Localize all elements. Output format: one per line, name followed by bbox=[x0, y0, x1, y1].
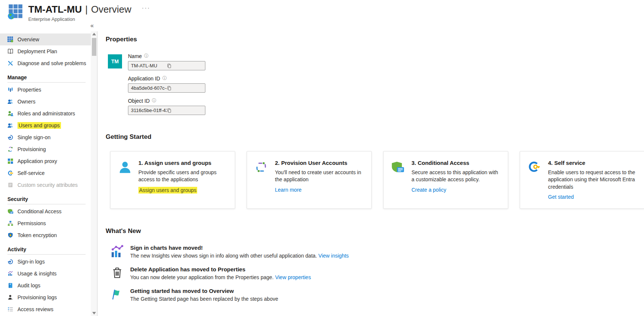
main-content: Properties TM Name ⓘ TM-ATL-MU bbox=[98, 31, 644, 316]
properties-block: TM Name ⓘ TM-ATL-MU Applic bbox=[106, 53, 644, 120]
application-id-field: Application ID ⓘ 4ba5de0d-607c-4fa9-8909… bbox=[128, 75, 205, 93]
sidebar-section-activity: Activity bbox=[0, 241, 91, 254]
assign-users-and-groups-link[interactable]: Assign users and groups bbox=[138, 187, 197, 194]
sidebar-item-users-and-groups[interactable]: Users and groups bbox=[0, 119, 91, 131]
insights-chart-icon bbox=[7, 271, 13, 277]
learn-more-link[interactable]: Learn more bbox=[275, 187, 302, 193]
news-description: You can now delete your application from… bbox=[130, 274, 274, 280]
notebook-icon bbox=[7, 283, 13, 288]
sidebar-label: Owners bbox=[17, 99, 35, 105]
provisioning-cycle-icon bbox=[7, 146, 13, 152]
sidebar-label: Provisioning bbox=[17, 146, 46, 152]
sidebar-item-application-proxy[interactable]: Application proxy bbox=[0, 155, 91, 167]
app-avatar: TM bbox=[108, 54, 122, 68]
sidebar-item-owners[interactable]: Owners bbox=[0, 96, 91, 108]
flag-icon bbox=[110, 288, 124, 302]
sign-in-chart-icon bbox=[110, 245, 124, 259]
sidebar-item-access-reviews[interactable]: Access reviews bbox=[0, 303, 91, 315]
book-icon bbox=[7, 48, 13, 54]
org-chart-icon bbox=[7, 220, 13, 226]
collapse-sidebar-icon[interactable]: « bbox=[90, 22, 94, 29]
card-self-service: 4. Self service Enable users to request … bbox=[520, 151, 644, 209]
sidebar-item-single-sign-on[interactable]: Single sign-on bbox=[0, 131, 91, 143]
sidebar-label: Token encryption bbox=[17, 232, 57, 238]
name-input[interactable]: TM-ATL-MU bbox=[128, 61, 205, 70]
sidebar-item-deployment-plan[interactable]: Deployment Plan bbox=[0, 45, 91, 57]
card-title: 2. Provision User Accounts bbox=[275, 160, 364, 166]
sidebar-label: Overview bbox=[17, 36, 39, 42]
grid-overview-icon bbox=[7, 36, 13, 42]
object-id-value: 3116c5be-01ff-435a-a6e4-9... bbox=[131, 108, 167, 113]
sidebar-item-roles[interactable]: Roles and administrators bbox=[0, 108, 91, 119]
sidebar-item-properties[interactable]: Properties bbox=[0, 84, 91, 96]
sidebar-item-provisioning-logs[interactable]: Provisioning logs bbox=[0, 291, 91, 303]
card-description: You'll need to create user accounts in t… bbox=[275, 169, 364, 183]
role-person-icon bbox=[7, 111, 13, 116]
scrollbar-down-arrow-icon[interactable] bbox=[92, 312, 96, 315]
copy-icon[interactable] bbox=[167, 108, 202, 113]
person-log-icon bbox=[7, 294, 13, 300]
people-icon bbox=[7, 99, 13, 105]
key-circle-icon bbox=[7, 170, 13, 176]
name-label: Name bbox=[128, 53, 142, 59]
shield-policy-icon bbox=[7, 208, 13, 214]
get-started-link[interactable]: Get started bbox=[548, 194, 574, 200]
copy-icon[interactable] bbox=[167, 63, 202, 68]
conditional-access-shield-icon bbox=[391, 160, 406, 200]
card-title: 4. Self service bbox=[548, 160, 637, 166]
people-icon bbox=[7, 122, 13, 128]
person-icon bbox=[118, 160, 133, 200]
highlighted-label: Users and groups bbox=[17, 122, 61, 129]
news-item-sign-in-charts: Sign in charts have moved! The new Insig… bbox=[110, 245, 644, 259]
view-insights-link[interactable]: View insights bbox=[318, 253, 349, 259]
view-properties-link[interactable]: View properties bbox=[275, 274, 311, 280]
card-title: 1. Assign users and groups bbox=[138, 160, 227, 166]
checklist-icon bbox=[7, 306, 13, 312]
sidebar-label: Single sign-on bbox=[17, 134, 51, 140]
document-icon bbox=[7, 182, 13, 188]
sidebar-item-diagnose[interactable]: Diagnose and solve problems bbox=[0, 57, 91, 69]
sidebar-label: Provisioning logs bbox=[17, 294, 57, 300]
properties-heading: Properties bbox=[106, 36, 644, 43]
sidebar-item-sign-in-logs[interactable]: Sign-in logs bbox=[0, 256, 91, 268]
scrollbar-up-arrow-icon[interactable] bbox=[92, 33, 96, 35]
more-options-icon[interactable]: ··· bbox=[142, 4, 150, 12]
sidebar-item-overview[interactable]: Overview bbox=[0, 33, 91, 45]
application-id-input[interactable]: 4ba5de0d-607c-4fa9-8909-... bbox=[128, 83, 205, 93]
sidebar-label: Deployment Plan bbox=[17, 48, 57, 54]
card-title: 3. Conditional Access bbox=[411, 160, 500, 166]
name-value: TM-ATL-MU bbox=[131, 63, 167, 68]
trash-icon bbox=[110, 266, 124, 280]
card-provision-accounts: 2. Provision User Accounts You'll need t… bbox=[247, 151, 372, 209]
divider bbox=[7, 204, 86, 204]
whats-new-heading: What's New bbox=[106, 227, 644, 235]
proxy-grid-icon bbox=[7, 158, 13, 164]
news-title: Sign in charts have moved! bbox=[130, 245, 349, 251]
news-item-delete-application: Delete Application has moved to Properti… bbox=[110, 266, 644, 280]
sidebar-item-permissions[interactable]: Permissions bbox=[0, 217, 91, 229]
news-description: The new Insights view shows sign in info… bbox=[130, 253, 317, 259]
card-assign-users: 1. Assign users and groups Provide speci… bbox=[110, 151, 235, 209]
sliders-icon bbox=[7, 87, 13, 93]
create-a-policy-link[interactable]: Create a policy bbox=[411, 187, 446, 193]
app-type-subtitle: Enterprise Application bbox=[28, 16, 150, 22]
sidebar-item-token-encryption[interactable]: Token encryption bbox=[0, 229, 91, 241]
sidebar-label: Application proxy bbox=[17, 158, 57, 164]
sidebar-section-security: Security bbox=[0, 191, 91, 204]
sidebar-scrollbar[interactable] bbox=[91, 31, 97, 316]
object-id-input[interactable]: 3116c5be-01ff-435a-a6e4-9... bbox=[128, 106, 205, 115]
sidebar-item-audit-logs[interactable]: Audit logs bbox=[0, 280, 91, 291]
sidebar-item-conditional-access[interactable]: Conditional Access bbox=[0, 205, 91, 217]
sidebar-item-usage-insights[interactable]: Usage & insights bbox=[0, 268, 91, 280]
copy-icon[interactable] bbox=[167, 86, 202, 91]
sidebar-label: Custom security attributes bbox=[17, 182, 78, 188]
card-description: Provide specific users and groups access… bbox=[138, 169, 227, 183]
info-icon: ⓘ bbox=[162, 75, 167, 82]
page-title: TM-ATL-MU | Overview ··· bbox=[28, 4, 150, 15]
sidebar-item-self-service[interactable]: Self-service bbox=[0, 167, 91, 179]
sidebar-item-provisioning[interactable]: Provisioning bbox=[0, 143, 91, 155]
scrollbar-thumb[interactable] bbox=[92, 38, 96, 56]
sidebar-label: Diagnose and solve problems bbox=[17, 60, 86, 66]
divider bbox=[7, 254, 86, 255]
name-field: Name ⓘ TM-ATL-MU bbox=[128, 53, 205, 70]
